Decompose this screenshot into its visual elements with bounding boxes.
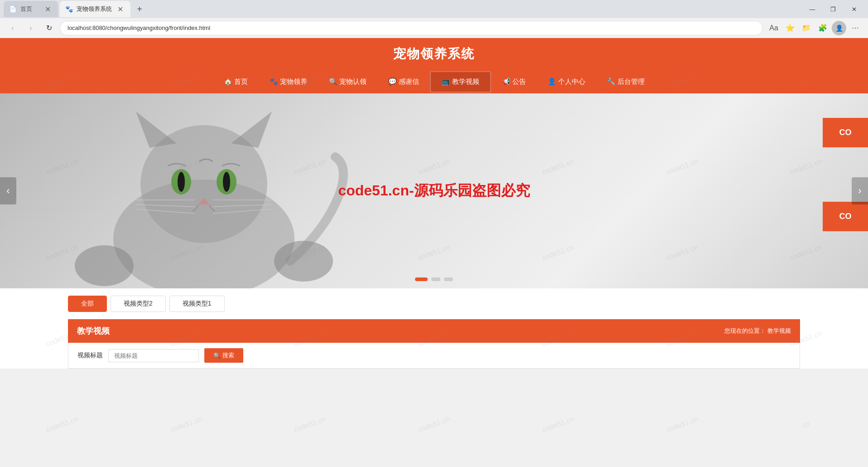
filter-tabs: 全部 视频类型2 视频类型1 (0, 288, 868, 319)
tab-close-1[interactable]: ✕ (43, 4, 53, 15)
tab-label-1: 首页 (20, 5, 32, 13)
site-header: 宠物领养系统 (0, 38, 868, 70)
nav-item-recognize[interactable]: 🔍 宠物认领 (318, 72, 377, 92)
nav-label-recognize: 宠物认领 (339, 78, 366, 86)
section-title: 教学视频 (77, 326, 110, 336)
breadcrumb-current: 教学视频 (767, 327, 791, 334)
extensions-icon[interactable]: 🧩 (815, 21, 830, 35)
carousel-dot-1[interactable] (415, 277, 428, 281)
toolbar-icons: Aa ⭐ 📁 🧩 👤 ⋯ (767, 21, 863, 35)
tab-icon-2: 🐾 (65, 5, 73, 13)
right-panel-co-bottom[interactable]: CO (823, 202, 868, 231)
tab-item-1[interactable]: 📄 首页 ✕ (4, 1, 58, 17)
nav-label-admin: 后台管理 (617, 78, 645, 86)
minimize-button[interactable]: — (802, 1, 823, 17)
filter-tab-type1[interactable]: 视频类型1 (169, 296, 225, 312)
wm-34: code51.cn (609, 363, 755, 467)
forward-button[interactable]: › (24, 21, 38, 35)
video-icon: 📺 (442, 78, 450, 86)
carousel-dot-3[interactable] (444, 277, 453, 281)
tab-label-2: 宠物领养系统 (77, 5, 112, 13)
nav-label-adopt: 宠物领养 (280, 78, 307, 86)
notice-icon: 📢 (502, 78, 511, 86)
nav-label-personal: 个人中心 (558, 78, 585, 86)
carousel-next-button[interactable]: › (852, 177, 868, 204)
svg-point-6 (178, 172, 185, 192)
tab-bar: 📄 首页 ✕ 🐾 宠物领养系统 ✕ + — ❐ ✕ (0, 0, 868, 18)
read-mode-icon[interactable]: Aa (767, 21, 781, 35)
filter-tab-type2[interactable]: 视频类型2 (111, 296, 166, 312)
nav-item-adopt[interactable]: 🐾 宠物领养 (259, 72, 318, 92)
section-header: 教学视频 您现在的位置： 教学视频 (68, 319, 800, 343)
thanks-icon: 💬 (388, 78, 397, 86)
svg-marker-2 (136, 112, 177, 148)
search-row: 视频标题 🔍 搜索 (68, 343, 800, 369)
nav-label-notice: 公告 (512, 78, 526, 86)
address-bar: ‹ › ↻ Aa ⭐ 📁 🧩 👤 ⋯ (0, 18, 868, 38)
tab-close-2[interactable]: ✕ (116, 4, 125, 15)
tab-item-2[interactable]: 🐾 宠物领养系统 ✕ (60, 1, 130, 17)
svg-point-7 (223, 172, 230, 192)
carousel-dot-2[interactable] (431, 277, 440, 281)
nav-label-home: 首页 (234, 78, 248, 86)
nav-item-home[interactable]: 🏠 首页 (213, 72, 259, 92)
admin-icon: 🔧 (607, 78, 616, 86)
maximize-button[interactable]: ❐ (823, 1, 844, 17)
site-title: 宠物领养系统 (0, 45, 868, 63)
search-button[interactable]: 🔍 搜索 (204, 348, 243, 363)
search-icon: 🔍 (213, 352, 221, 359)
nav-item-admin[interactable]: 🔧 后台管理 (596, 72, 656, 92)
page-content: 宠物领养系统 🏠 首页 🐾 宠物领养 🔍 宠物认领 💬 感谢信 📺 教学视频 📢… (0, 38, 868, 369)
breadcrumb-prefix: 您现在的位置： (724, 327, 766, 334)
wm-35: co (733, 363, 868, 467)
new-tab-button[interactable]: + (132, 2, 147, 16)
nav-item-notice[interactable]: 📢 公告 (491, 72, 537, 92)
wm-33: code51.cn (485, 363, 631, 467)
nav-bar: 🏠 首页 🐾 宠物领养 🔍 宠物认领 💬 感谢信 📺 教学视频 📢 公告 👤 个… (0, 70, 868, 93)
carousel-prev-button[interactable]: ‹ (0, 177, 16, 204)
breadcrumb: 您现在的位置： 教学视频 (724, 327, 791, 335)
back-button[interactable]: ‹ (5, 21, 20, 35)
recognize-icon: 🔍 (329, 78, 338, 86)
wm-30: code51.cn (113, 363, 259, 467)
refresh-button[interactable]: ↻ (42, 21, 56, 35)
right-panel-co-top[interactable]: CO (823, 118, 868, 147)
carousel-dots (415, 277, 453, 281)
right-panel: CO CO (823, 118, 868, 231)
hero-image-bg: code51.cn-源码乐园盗图必究 (0, 93, 868, 288)
hero-watermark-text: code51.cn-源码乐园盗图必究 (338, 181, 530, 201)
hero-area: code51.cn-源码乐园盗图必究 ‹ › (0, 93, 868, 288)
svg-marker-3 (231, 112, 272, 148)
nav-item-personal[interactable]: 👤 个人中心 (537, 72, 596, 92)
search-input[interactable] (108, 349, 199, 362)
nav-label-thanks: 感谢信 (399, 78, 419, 86)
filter-tab-all[interactable]: 全部 (68, 296, 107, 312)
adopt-icon: 🐾 (270, 78, 278, 86)
browser-chrome: 📄 首页 ✕ 🐾 宠物领养系统 ✕ + — ❐ ✕ ‹ › ↻ Aa ⭐ 📁 🧩… (0, 0, 868, 38)
tab-icon-1: 📄 (9, 5, 17, 13)
personal-icon: 👤 (548, 78, 556, 86)
user-avatar[interactable]: 👤 (832, 21, 846, 35)
more-options-icon[interactable]: ⋯ (848, 21, 863, 35)
search-button-label: 搜索 (222, 351, 234, 360)
nav-item-thanks[interactable]: 💬 感谢信 (377, 72, 430, 92)
favorites-icon[interactable]: ⭐ (783, 21, 797, 35)
wm-32: code51.cn (361, 363, 507, 467)
home-icon: 🏠 (224, 78, 232, 86)
nav-item-video[interactable]: 📺 教学视频 (430, 71, 491, 92)
wm-29: code51.cn (0, 363, 135, 467)
search-label: 视频标题 (77, 351, 103, 360)
svg-point-15 (75, 245, 134, 286)
collections-icon[interactable]: 📁 (799, 21, 814, 35)
cat-illustration (45, 102, 362, 288)
window-controls: — ❐ ✕ (802, 1, 864, 17)
close-button[interactable]: ✕ (844, 1, 864, 17)
nav-label-video: 教学视频 (452, 78, 479, 86)
address-input[interactable] (60, 21, 763, 35)
wm-31: code51.cn (237, 363, 383, 467)
